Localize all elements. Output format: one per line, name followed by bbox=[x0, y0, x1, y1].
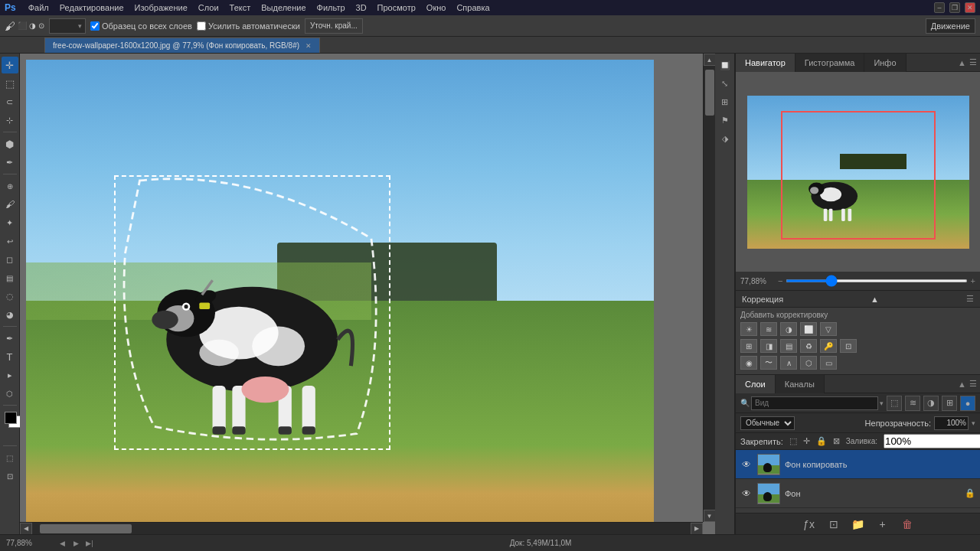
brush-size-input[interactable]: 20 bbox=[53, 21, 76, 31]
menu-help[interactable]: Справка bbox=[456, 3, 489, 12]
nav-play-button[interactable]: ▶ bbox=[70, 538, 81, 549]
horizontal-scroll-track[interactable] bbox=[32, 523, 691, 534]
menu-view[interactable]: Просмотр bbox=[377, 3, 416, 12]
text-tool[interactable]: T bbox=[2, 348, 18, 365]
vertical-scroll-track[interactable] bbox=[704, 66, 715, 510]
colorbalance-adj-button[interactable]: ◨ bbox=[760, 339, 777, 353]
add-mask-button[interactable]: ⊡ bbox=[826, 517, 841, 532]
layer-toggle-filter-button[interactable]: ● bbox=[960, 396, 975, 411]
histogram-tab[interactable]: Гистограмма bbox=[795, 54, 865, 72]
invert-adj-button[interactable]: ◉ bbox=[740, 356, 757, 370]
eyedropper-tool[interactable]: ✒ bbox=[2, 154, 18, 171]
scroll-left-button[interactable]: ◀ bbox=[20, 523, 32, 535]
layer-attr-filter-button[interactable]: ≋ bbox=[905, 396, 920, 411]
flag-icon[interactable]: ⚑ bbox=[717, 112, 733, 129]
marquee-tool[interactable]: ⬚ bbox=[2, 75, 18, 92]
color-swatch[interactable] bbox=[2, 409, 18, 430]
photofilt-adj-button[interactable]: ♻ bbox=[800, 339, 817, 353]
correction-menu-button[interactable]: ☰ bbox=[966, 294, 974, 304]
brush-size-field[interactable]: 20 ▾ bbox=[49, 18, 86, 34]
opacity-dropdown-icon[interactable]: ▾ bbox=[972, 419, 975, 427]
brush-size-icon[interactable]: ⊙ bbox=[38, 21, 44, 30]
new-layer-button[interactable]: + bbox=[875, 517, 890, 532]
close-button[interactable]: ✕ bbox=[965, 2, 975, 13]
canvas[interactable] bbox=[26, 60, 654, 522]
menu-window[interactable]: Окно bbox=[426, 3, 446, 12]
lasso-tool[interactable]: ⊂ bbox=[2, 93, 18, 110]
add-group-button[interactable]: 📁 bbox=[851, 517, 866, 532]
blur-tool[interactable]: ◌ bbox=[2, 288, 18, 305]
posterize-adj-button[interactable]: 〜 bbox=[760, 356, 777, 370]
refine-edge-button[interactable]: Уточн. край... bbox=[305, 18, 363, 34]
move-tool[interactable]: ✛ bbox=[2, 57, 18, 73]
screen-mode-tool[interactable]: ⊡ bbox=[2, 468, 18, 484]
layer-visibility-copy[interactable]: 👁 bbox=[740, 458, 753, 471]
opacity-input[interactable]: 100% bbox=[934, 416, 969, 430]
nav-next-button[interactable]: ▶| bbox=[84, 538, 95, 549]
channelmix-adj-button[interactable]: 🔑 bbox=[820, 339, 837, 353]
horizontal-scrollbar[interactable]: ◀ ▶ bbox=[20, 522, 703, 534]
layers-menu-button[interactable]: ☰ bbox=[969, 379, 977, 389]
vertical-scrollbar[interactable]: ▲ ▼ bbox=[703, 54, 715, 522]
transform-icon[interactable]: ⤡ bbox=[717, 75, 733, 92]
tool-mode-dropdown[interactable]: Движение bbox=[926, 18, 975, 34]
grid-icon[interactable]: ⊞ bbox=[717, 93, 733, 110]
menu-text[interactable]: Текст bbox=[230, 3, 251, 12]
shape-tool[interactable]: ⬡ bbox=[2, 385, 18, 402]
delete-layer-button[interactable]: 🗑 bbox=[900, 517, 915, 532]
brush-tool[interactable]: 🖌 bbox=[2, 196, 18, 213]
exposure-adj-button[interactable]: ⬜ bbox=[800, 322, 817, 336]
gradient-tool[interactable]: ▤ bbox=[2, 269, 18, 286]
blackwhite-adj-button[interactable]: ▤ bbox=[780, 339, 797, 353]
correction-collapse-button[interactable]: ▲ bbox=[871, 295, 879, 304]
camera-icon[interactable]: 🔲 bbox=[717, 57, 733, 73]
layer-item-copy[interactable]: 👁 Фон копировать bbox=[736, 450, 980, 479]
search-dropdown-icon[interactable]: ▾ bbox=[880, 399, 884, 407]
layer-color-filter-button[interactable]: ◑ bbox=[923, 396, 939, 411]
info-tab[interactable]: Инфо bbox=[864, 54, 906, 72]
menu-file[interactable]: Файл bbox=[28, 3, 49, 12]
zoom-out-icon[interactable]: − bbox=[778, 276, 782, 285]
layer-smart-filter-button[interactable]: ⊞ bbox=[942, 396, 957, 411]
layer-type-filter-button[interactable]: ⬚ bbox=[887, 396, 902, 411]
maximize-button[interactable]: ❐ bbox=[949, 2, 960, 13]
channels-tab[interactable]: Каналы bbox=[776, 375, 825, 393]
brush-preset-icon[interactable]: ⬛ bbox=[18, 21, 27, 30]
minimize-button[interactable]: – bbox=[934, 2, 945, 13]
navigator-collapse-button[interactable]: ▲ bbox=[958, 58, 966, 67]
menu-edit[interactable]: Редактирование bbox=[60, 3, 124, 12]
document-tab[interactable]: free-cow-wallpaper-1600x1200.jpg @ 77,9%… bbox=[44, 37, 320, 53]
layers-collapse-button[interactable]: ▲ bbox=[958, 380, 966, 389]
lock-artboard-button[interactable]: ⊠ bbox=[833, 436, 840, 446]
sample-all-layers-checkbox[interactable] bbox=[90, 21, 100, 31]
fill-input[interactable]: 100% bbox=[884, 434, 980, 448]
menu-filter[interactable]: Фильтр bbox=[317, 3, 345, 12]
gradient-adj-button[interactable]: ▭ bbox=[820, 356, 837, 370]
levels-adj-button[interactable]: ≋ bbox=[760, 322, 777, 336]
menu-3d[interactable]: 3D bbox=[356, 3, 367, 12]
nav-prev-button[interactable]: ◀ bbox=[57, 538, 67, 549]
scroll-down-button[interactable]: ▼ bbox=[704, 510, 716, 522]
hsl-adj-button[interactable]: ⊞ bbox=[740, 339, 757, 353]
auto-enhance-checkbox[interactable] bbox=[197, 21, 206, 31]
foreground-color-swatch[interactable] bbox=[5, 412, 17, 424]
curves-adj-button[interactable]: ◑ bbox=[780, 322, 797, 336]
selectcolor-adj-button[interactable]: ⬡ bbox=[800, 356, 817, 370]
horizontal-scroll-thumb[interactable] bbox=[40, 524, 132, 533]
brush-hardness-icon[interactable]: ◑ bbox=[29, 21, 36, 30]
pen-tool[interactable]: ✒ bbox=[2, 330, 18, 347]
menu-layers[interactable]: Слои bbox=[198, 3, 219, 12]
canvas-area[interactable]: ▲ ▼ ◀ ▶ bbox=[20, 54, 715, 534]
colorlookup-adj-button[interactable]: ⊡ bbox=[840, 339, 857, 353]
menu-select[interactable]: Выделение bbox=[261, 3, 305, 12]
lock-position-button[interactable]: ✛ bbox=[803, 436, 810, 446]
blend-mode-dropdown[interactable]: Обычные bbox=[740, 416, 795, 430]
zoom-slider[interactable] bbox=[786, 279, 967, 282]
lock-all-button[interactable]: 🔒 bbox=[816, 436, 827, 446]
document-tab-close[interactable]: ✕ bbox=[305, 42, 312, 50]
vibrance-adj-button[interactable]: ▽ bbox=[820, 322, 837, 336]
threshold-adj-button[interactable]: ∧ bbox=[780, 356, 797, 370]
navigator-menu-button[interactable]: ☰ bbox=[969, 57, 977, 67]
brush-tool-icon[interactable]: 🖌 bbox=[5, 20, 15, 32]
eraser-tool[interactable]: ◻ bbox=[2, 251, 18, 268]
